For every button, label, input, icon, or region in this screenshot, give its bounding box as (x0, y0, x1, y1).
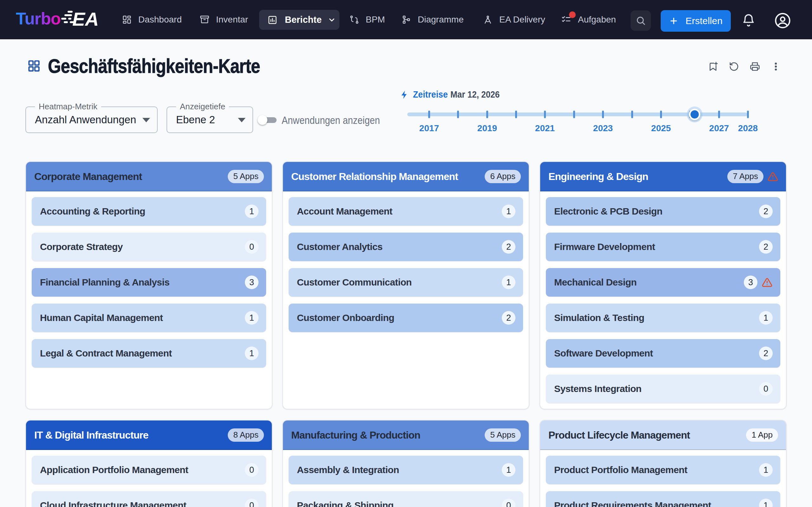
svg-text:EA: EA (72, 9, 99, 30)
svg-text:Turbo: Turbo (16, 9, 61, 28)
